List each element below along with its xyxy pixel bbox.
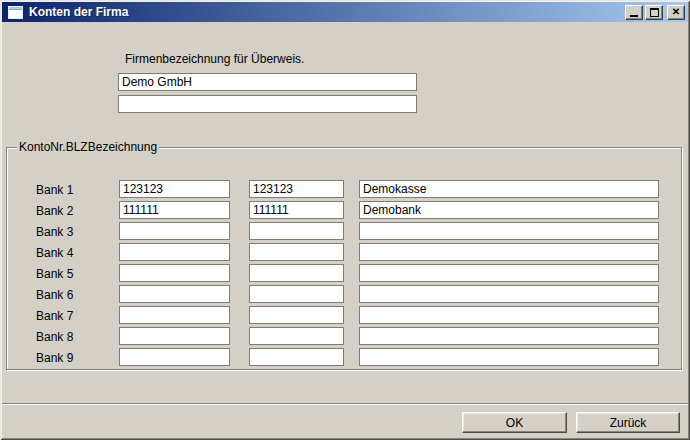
bank-row-label: Bank 7 bbox=[36, 309, 73, 323]
bezeichnung-input[interactable] bbox=[359, 180, 659, 198]
kontonr-input[interactable] bbox=[119, 222, 230, 240]
company-name2-input[interactable] bbox=[118, 95, 417, 113]
accounts-groupbox: KontoNr.BLZBezeichnung Bank 1 Bank 2 Ban… bbox=[6, 147, 682, 370]
maximize-icon bbox=[650, 8, 659, 17]
blz-input[interactable] bbox=[249, 243, 344, 261]
blz-input[interactable] bbox=[249, 306, 344, 324]
blz-input[interactable] bbox=[249, 201, 344, 219]
bank-row: Bank 5 bbox=[7, 264, 681, 285]
close-icon: ✕ bbox=[672, 7, 680, 17]
bank-row: Bank 4 bbox=[7, 243, 681, 264]
bank-row-label: Bank 2 bbox=[36, 204, 73, 218]
minimize-button[interactable] bbox=[625, 5, 643, 20]
blz-input[interactable] bbox=[249, 222, 344, 240]
bank-row-label: Bank 3 bbox=[36, 225, 73, 239]
bezeichnung-input[interactable] bbox=[359, 285, 659, 303]
blz-input[interactable] bbox=[249, 180, 344, 198]
bezeichnung-input[interactable] bbox=[359, 201, 659, 219]
kontonr-input[interactable] bbox=[119, 348, 230, 366]
footer-divider bbox=[2, 403, 688, 404]
bank-row: Bank 7 bbox=[7, 306, 681, 327]
company-label: Firmenbezeichnung für Überweis. bbox=[125, 52, 304, 66]
company-name-input[interactable] bbox=[118, 73, 417, 91]
blz-input[interactable] bbox=[249, 264, 344, 282]
kontonr-input[interactable] bbox=[119, 264, 230, 282]
blz-input[interactable] bbox=[249, 348, 344, 366]
bank-row-label: Bank 6 bbox=[36, 288, 73, 302]
bank-row-label: Bank 5 bbox=[36, 267, 73, 281]
bank-row: Bank 6 bbox=[7, 285, 681, 306]
bezeichnung-input[interactable] bbox=[359, 327, 659, 345]
bezeichnung-input[interactable] bbox=[359, 348, 659, 366]
maximize-button[interactable] bbox=[645, 5, 663, 20]
kontonr-input[interactable] bbox=[119, 243, 230, 261]
kontonr-input[interactable] bbox=[119, 327, 230, 345]
bank-row-label: Bank 9 bbox=[36, 351, 73, 365]
kontonr-input[interactable] bbox=[119, 285, 230, 303]
accounts-legend: KontoNr.BLZBezeichnung bbox=[17, 140, 159, 155]
minimize-icon bbox=[630, 15, 638, 17]
close-button[interactable]: ✕ bbox=[667, 5, 685, 20]
dialog-window: Konten der Firma ✕ Firmenbezeichnung für… bbox=[0, 0, 690, 440]
bank-row-label: Bank 1 bbox=[36, 183, 73, 197]
bank-row: Bank 1 bbox=[7, 180, 681, 201]
window-icon-titlestrip bbox=[9, 7, 22, 10]
bank-row: Bank 2 bbox=[7, 201, 681, 222]
titlebar[interactable]: Konten der Firma ✕ bbox=[2, 2, 688, 22]
ok-button[interactable]: OK bbox=[462, 412, 567, 433]
bezeichnung-input[interactable] bbox=[359, 264, 659, 282]
bank-row: Bank 8 bbox=[7, 327, 681, 348]
window-title: Konten der Firma bbox=[29, 5, 128, 19]
blz-input[interactable] bbox=[249, 285, 344, 303]
bezeichnung-input[interactable] bbox=[359, 243, 659, 261]
back-button[interactable]: Zurück bbox=[576, 412, 680, 433]
kontonr-input[interactable] bbox=[119, 306, 230, 324]
blz-input[interactable] bbox=[249, 327, 344, 345]
bezeichnung-input[interactable] bbox=[359, 222, 659, 240]
kontonr-input[interactable] bbox=[119, 180, 230, 198]
kontonr-input[interactable] bbox=[119, 201, 230, 219]
bank-row-label: Bank 8 bbox=[36, 330, 73, 344]
bank-row: Bank 9 bbox=[7, 348, 681, 369]
bank-rows: Bank 1 Bank 2 Bank 3 Bank 4 Bank 5 Bank … bbox=[7, 180, 681, 369]
bank-row-label: Bank 4 bbox=[36, 246, 73, 260]
window-icon[interactable] bbox=[8, 6, 23, 19]
bezeichnung-input[interactable] bbox=[359, 306, 659, 324]
titlebar-buttons: ✕ bbox=[623, 5, 685, 20]
bank-row: Bank 3 bbox=[7, 222, 681, 243]
